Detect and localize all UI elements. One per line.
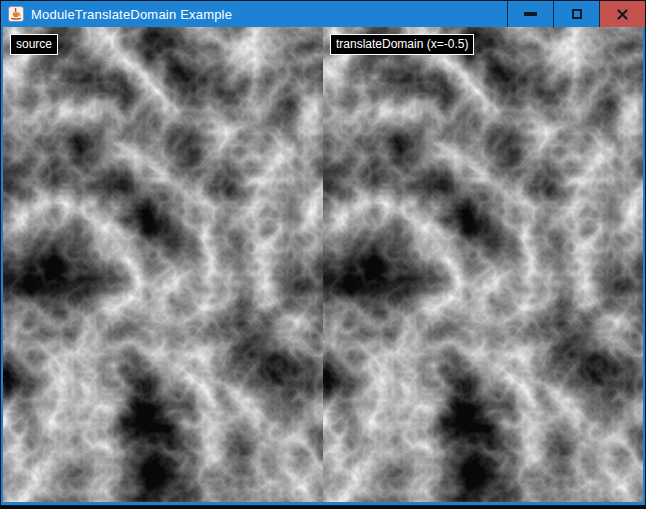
close-icon	[616, 8, 629, 21]
image-area: source translateDomain (x=-0.5)	[3, 27, 643, 502]
translate-domain-panel: translateDomain (x=-0.5)	[323, 27, 643, 502]
title-bar[interactable]: ModuleTranslateDomain Example	[1, 1, 645, 27]
window-title: ModuleTranslateDomain Example	[31, 7, 232, 22]
source-label: source	[10, 34, 58, 55]
app-window: ModuleTranslateDomain Example source tra…	[0, 0, 646, 506]
source-noise-image	[3, 27, 323, 502]
maximize-icon	[572, 9, 582, 19]
minimize-button[interactable]	[507, 1, 553, 27]
close-button[interactable]	[599, 1, 645, 27]
maximize-button[interactable]	[553, 1, 599, 27]
java-coffee-cup-icon[interactable]	[8, 6, 24, 22]
window-controls	[507, 1, 645, 27]
translate-domain-label: translateDomain (x=-0.5)	[330, 34, 474, 55]
source-panel: source	[3, 27, 323, 502]
minimize-icon	[524, 12, 537, 16]
translate-domain-noise-image	[323, 27, 643, 502]
